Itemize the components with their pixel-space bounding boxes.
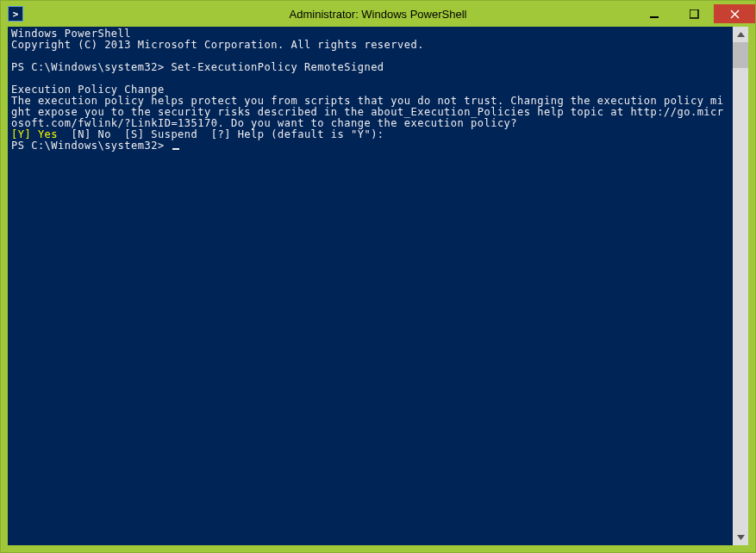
svg-rect-1 [690,9,698,18]
scrollbar [733,27,748,545]
terminal-prompt: PS C:\Windows\system32> [11,140,171,152]
maximize-button[interactable] [674,4,714,23]
titlebar[interactable]: > Administrator: Windows PowerShell [1,1,755,27]
powershell-icon: > [8,6,23,22]
window-title: Administrator: Windows PowerShell [290,8,467,21]
scroll-down-button[interactable] [733,530,748,545]
terminal-wrapper: Windows PowerShell Copyright (C) 2013 Mi… [1,27,755,552]
terminal-command: Set-ExecutionPolicy RemoteSigned [171,61,384,73]
terminal[interactable]: Windows PowerShell Copyright (C) 2013 Mi… [8,27,733,545]
scrollbar-thumb[interactable] [733,42,748,68]
terminal-line: Windows PowerShell [11,28,131,40]
svg-rect-0 [650,16,659,18]
terminal-choice-rest: [N] No [S] Suspend [?] Help (default is … [58,128,384,140]
close-button[interactable] [714,4,755,23]
terminal-line: Copyright (C) 2013 Microsoft Corporation… [11,39,424,51]
cursor [172,148,179,150]
minimize-button[interactable] [634,4,674,23]
svg-marker-4 [737,32,745,37]
window-controls [634,4,755,23]
terminal-line: The execution policy helps protect you f… [11,95,724,129]
terminal-container: Windows PowerShell Copyright (C) 2013 Mi… [8,27,748,545]
scrollbar-track[interactable] [733,42,748,530]
scroll-up-button[interactable] [733,27,748,42]
powershell-icon-glyph: > [13,9,19,20]
terminal-choice-yes: [Y] Yes [11,128,58,140]
powershell-window: > Administrator: Windows PowerShell Wind… [0,0,756,553]
terminal-prompt: PS C:\Windows\system32> [11,61,171,73]
terminal-line: Execution Policy Change [11,84,165,96]
svg-marker-5 [737,535,745,540]
